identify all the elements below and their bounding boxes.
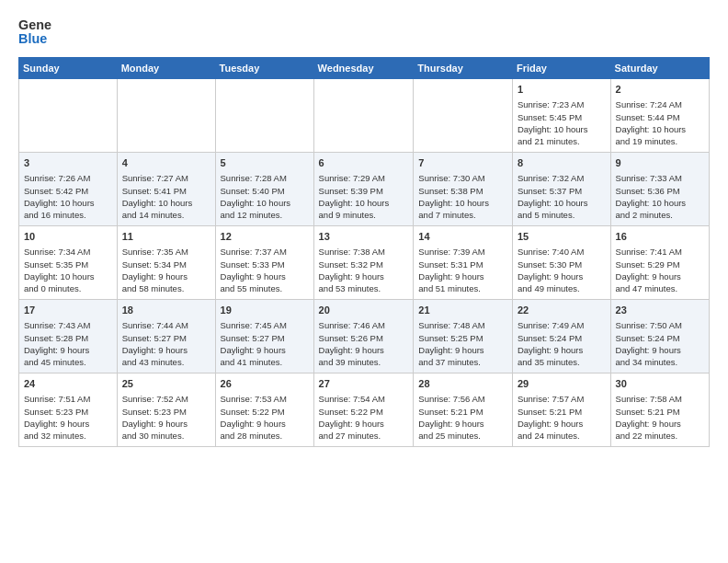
- logo-icon: General Blue: [18, 15, 51, 48]
- day-number: 22: [518, 304, 606, 317]
- day-info: and 32 minutes.: [24, 430, 112, 442]
- day-info: Daylight: 10 hours: [221, 197, 309, 209]
- day-info: and 2 minutes.: [616, 209, 704, 221]
- day-number: 21: [418, 304, 507, 317]
- calendar-day: 15Sunrise: 7:40 AMSunset: 5:30 PMDayligh…: [512, 226, 610, 300]
- day-info: Sunset: 5:38 PM: [418, 185, 507, 197]
- day-info: and 27 minutes.: [319, 430, 409, 442]
- day-number: 3: [24, 156, 112, 170]
- day-info: Sunrise: 7:49 AM: [518, 319, 606, 331]
- day-number: 30: [616, 377, 704, 391]
- day-info: Daylight: 10 hours: [616, 123, 704, 135]
- calendar-day: 17Sunrise: 7:43 AMSunset: 5:28 PMDayligh…: [19, 300, 118, 373]
- day-info: Daylight: 9 hours: [122, 270, 210, 282]
- calendar-week-5: 24Sunrise: 7:51 AMSunset: 5:23 PMDayligh…: [19, 373, 710, 447]
- calendar-day: [414, 79, 513, 153]
- day-number: 15: [518, 230, 606, 244]
- weekday-header-wednesday: Wednesday: [313, 58, 414, 79]
- day-info: Sunrise: 7:28 AM: [221, 172, 309, 184]
- day-info: Sunset: 5:36 PM: [616, 185, 704, 197]
- day-info: and 45 minutes.: [24, 356, 112, 368]
- header: General Blue: [18, 15, 710, 48]
- day-number: 13: [319, 230, 409, 244]
- calendar-day: 5Sunrise: 7:28 AMSunset: 5:40 PMDaylight…: [215, 153, 313, 226]
- day-info: Daylight: 9 hours: [24, 418, 112, 430]
- day-info: Daylight: 9 hours: [518, 270, 606, 282]
- day-info: Sunset: 5:39 PM: [319, 185, 409, 197]
- day-info: Sunrise: 7:27 AM: [122, 172, 210, 184]
- calendar-day: 1Sunrise: 7:23 AMSunset: 5:45 PMDaylight…: [512, 79, 610, 153]
- day-info: and 0 minutes.: [24, 282, 112, 294]
- day-info: Sunrise: 7:48 AM: [418, 319, 507, 331]
- day-info: Daylight: 9 hours: [518, 418, 606, 430]
- day-info: Sunrise: 7:34 AM: [24, 246, 112, 258]
- day-info: and 5 minutes.: [518, 209, 606, 221]
- day-info: Daylight: 9 hours: [616, 270, 704, 282]
- calendar-day: [117, 79, 215, 153]
- calendar-week-3: 10Sunrise: 7:34 AMSunset: 5:35 PMDayligh…: [19, 226, 710, 300]
- day-info: and 12 minutes.: [221, 209, 309, 221]
- calendar-day: 13Sunrise: 7:38 AMSunset: 5:32 PMDayligh…: [313, 226, 414, 300]
- day-info: Daylight: 10 hours: [319, 197, 409, 209]
- day-info: Daylight: 9 hours: [616, 344, 704, 356]
- day-info: Sunrise: 7:51 AM: [24, 393, 112, 405]
- day-number: 6: [319, 156, 409, 170]
- calendar-day: 24Sunrise: 7:51 AMSunset: 5:23 PMDayligh…: [19, 373, 118, 447]
- calendar-day: 7Sunrise: 7:30 AMSunset: 5:38 PMDaylight…: [414, 153, 513, 226]
- day-info: Sunset: 5:21 PM: [418, 406, 507, 418]
- day-info: Sunset: 5:27 PM: [122, 332, 210, 344]
- day-info: Sunset: 5:29 PM: [616, 259, 704, 270]
- day-number: 11: [122, 230, 210, 244]
- day-number: 19: [221, 304, 309, 317]
- weekday-header-saturday: Saturday: [610, 58, 709, 79]
- day-info: Daylight: 9 hours: [221, 418, 309, 430]
- calendar-day: 29Sunrise: 7:57 AMSunset: 5:21 PMDayligh…: [512, 373, 610, 447]
- weekday-header-friday: Friday: [512, 58, 610, 79]
- day-info: and 51 minutes.: [418, 282, 507, 294]
- day-number: 9: [616, 156, 704, 170]
- day-info: Daylight: 9 hours: [518, 344, 606, 356]
- day-info: Sunset: 5:40 PM: [221, 185, 309, 197]
- day-info: Daylight: 10 hours: [24, 270, 112, 282]
- weekday-header-row: SundayMondayTuesdayWednesdayThursdayFrid…: [19, 58, 710, 79]
- calendar-day: [19, 79, 118, 153]
- day-number: 16: [616, 230, 704, 244]
- day-info: and 53 minutes.: [319, 282, 409, 294]
- day-number: 8: [518, 156, 606, 170]
- calendar-day: 20Sunrise: 7:46 AMSunset: 5:26 PMDayligh…: [313, 300, 414, 373]
- day-info: Sunrise: 7:44 AM: [122, 319, 210, 331]
- weekday-header-monday: Monday: [117, 58, 215, 79]
- day-info: Daylight: 10 hours: [616, 197, 704, 209]
- day-number: 29: [518, 377, 606, 391]
- day-info: Sunrise: 7:37 AM: [221, 246, 309, 258]
- day-info: and 58 minutes.: [122, 282, 210, 294]
- svg-text:Blue: Blue: [18, 31, 47, 46]
- calendar-header: SundayMondayTuesdayWednesdayThursdayFrid…: [19, 58, 710, 79]
- day-info: Sunset: 5:33 PM: [221, 259, 309, 270]
- day-info: Sunset: 5:22 PM: [319, 406, 409, 418]
- day-number: 12: [221, 230, 309, 244]
- day-number: 28: [418, 377, 507, 391]
- day-info: and 43 minutes.: [122, 356, 210, 368]
- calendar-week-2: 3Sunrise: 7:26 AMSunset: 5:42 PMDaylight…: [19, 153, 710, 226]
- day-info: Sunrise: 7:23 AM: [518, 98, 606, 110]
- weekday-header-thursday: Thursday: [414, 58, 513, 79]
- day-info: and 28 minutes.: [221, 430, 309, 442]
- day-info: Sunset: 5:21 PM: [518, 406, 606, 418]
- calendar-week-1: 1Sunrise: 7:23 AMSunset: 5:45 PMDaylight…: [19, 79, 710, 153]
- day-info: Sunrise: 7:43 AM: [24, 319, 112, 331]
- day-number: 2: [616, 83, 704, 97]
- day-info: Sunset: 5:23 PM: [24, 406, 112, 418]
- day-info: Daylight: 9 hours: [319, 270, 409, 282]
- day-info: Sunset: 5:26 PM: [319, 332, 409, 344]
- day-info: Sunrise: 7:50 AM: [616, 319, 704, 331]
- day-number: 25: [122, 377, 210, 391]
- day-info: Daylight: 10 hours: [518, 123, 606, 135]
- day-number: 17: [24, 304, 112, 317]
- calendar-day: 30Sunrise: 7:58 AMSunset: 5:21 PMDayligh…: [610, 373, 709, 447]
- calendar-day: 4Sunrise: 7:27 AMSunset: 5:41 PMDaylight…: [117, 153, 215, 226]
- day-info: Sunrise: 7:40 AM: [518, 246, 606, 258]
- day-info: and 35 minutes.: [518, 356, 606, 368]
- day-info: Sunset: 5:35 PM: [24, 259, 112, 270]
- day-number: 23: [616, 304, 704, 317]
